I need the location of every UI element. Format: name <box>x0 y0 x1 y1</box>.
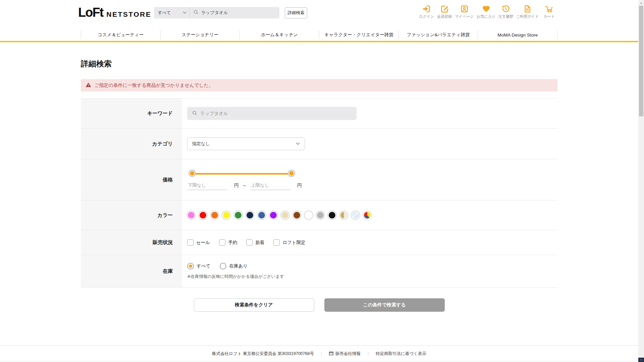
nav-divider <box>557 31 557 39</box>
category-select[interactable]: 指定なし <box>187 137 305 150</box>
color-swatch-purple[interactable] <box>269 211 277 219</box>
radio-button-selected[interactable] <box>187 263 194 269</box>
nav-item-character[interactable]: キャラクター・クリエイター雑貨 <box>319 32 398 38</box>
advanced-search-button[interactable]: 詳細検索 <box>285 7 307 18</box>
cart-button[interactable]: カート <box>542 4 556 19</box>
footer-divider <box>321 352 322 356</box>
price-slider-handle-max[interactable] <box>288 170 295 177</box>
search-category-select[interactable]: すべて <box>154 7 190 18</box>
error-message-bar: ご指定の条件に一致する商品が見つかりませんでした。 <box>81 79 557 92</box>
price-range-separator: ～ <box>242 183 247 190</box>
price-min-unit: 円 <box>234 183 239 190</box>
search-icon <box>193 9 199 16</box>
search-with-conditions-button[interactable]: この条件で検索する <box>324 298 445 312</box>
color-swatch-orange[interactable] <box>211 211 219 219</box>
price-max-input[interactable] <box>250 183 290 190</box>
keyword-input[interactable] <box>200 111 352 116</box>
header-search-input[interactable] <box>201 10 276 15</box>
color-swatches <box>187 211 557 219</box>
checkbox-label: 予約 <box>228 240 237 246</box>
color-swatch-green[interactable] <box>234 211 242 219</box>
error-message-text: ご指定の条件に一致する商品が見つかりませんでした。 <box>94 82 213 88</box>
footer-link-label: 販売会社情報 <box>335 351 361 357</box>
nav-item-cosme[interactable]: コスメ＆ビューティー <box>81 32 160 38</box>
price-slider-handle-min[interactable] <box>189 170 196 177</box>
mypage-label: マイページ <box>455 14 474 19</box>
footer-company-text: 株式会社ロフト 東京都公安委員会 第303319700768号 <box>212 351 314 357</box>
color-swatch-beige[interactable] <box>281 211 289 219</box>
header-search-group: すべて 詳細検索 <box>154 7 307 18</box>
radio-in-stock[interactable]: 在庫あり <box>220 263 248 269</box>
login-label: ログイン <box>419 14 434 19</box>
slider-handle-dot <box>190 171 195 176</box>
favorites-label: お気に入り <box>477 14 495 19</box>
checkbox-loft-exclusive[interactable]: ロフト限定 <box>273 239 305 246</box>
checkbox-new[interactable]: 新着 <box>246 239 264 246</box>
scrollbar[interactable]: ▲ ▼ <box>638 0 644 362</box>
stock-note: ※在庫情報の反映に時間がかかる場合がございます <box>187 274 557 280</box>
footer-divider <box>368 352 368 356</box>
radio-all[interactable]: すべて <box>187 263 210 269</box>
checkbox-box[interactable] <box>187 239 194 246</box>
nav-item-stationery[interactable]: ステーショナリー <box>161 32 240 38</box>
color-swatch-yellow[interactable] <box>222 211 230 219</box>
register-icon <box>440 4 449 13</box>
color-swatch-multicolor[interactable] <box>363 211 371 219</box>
category-nav: コスメ＆ビューティー ステーショナリー ホーム＆キッチン キャラクター・クリエイ… <box>81 29 557 41</box>
price-inputs: 円 ～ 円 <box>187 183 557 190</box>
price-min-input[interactable] <box>187 183 227 190</box>
mypage-button[interactable]: マイページ <box>455 4 474 19</box>
color-swatch-navy[interactable] <box>246 211 254 219</box>
color-swatch-gray[interactable] <box>316 211 324 219</box>
checkbox-sale[interactable]: セール <box>187 239 210 246</box>
price-label: 価格 <box>81 159 182 200</box>
nav-item-home-kitchen[interactable]: ホーム＆キッチン <box>240 32 319 38</box>
color-swatch-pink[interactable] <box>187 211 195 219</box>
favorites-button[interactable]: お気に入り <box>477 4 495 19</box>
page-title: 詳細検索 <box>81 59 557 69</box>
radio-button[interactable] <box>220 263 226 269</box>
footer-link-tokushoho[interactable]: 特定商取引法に基づく表示 <box>376 351 426 357</box>
order-history-button[interactable]: 注文履歴 <box>498 4 513 19</box>
color-label: カラー <box>81 200 182 230</box>
cart-icon <box>545 4 554 13</box>
color-row: カラー <box>81 200 557 230</box>
guide-icon <box>523 4 532 13</box>
checkbox-box[interactable] <box>273 239 280 246</box>
nav-item-fashion[interactable]: ファッション&バラエティ雑貨 <box>399 32 478 38</box>
footer: 株式会社ロフト 東京都公安委員会 第303319700768号 販売会社情報 特… <box>0 345 638 362</box>
color-swatch-black[interactable] <box>328 211 336 219</box>
header-quick-links: ログイン 会員登録 マイページ お気に入り 注文履歴 <box>419 4 556 19</box>
color-swatch-blue[interactable] <box>258 211 266 219</box>
price-range-slider <box>189 170 295 178</box>
stock-row: 在庫 すべて 在庫あり ※在庫情報の反映に時間がかかる場合がございます <box>81 255 557 288</box>
price-max-unit: 円 <box>297 183 302 190</box>
scrollbar-down-arrow[interactable]: ▼ <box>638 358 644 362</box>
scrollbar-thumb[interactable] <box>639 6 643 116</box>
checkbox-preorder[interactable]: 予約 <box>219 239 237 246</box>
form-actions: 検索条件をクリア この条件で検索する <box>81 298 557 312</box>
loft-logo[interactable]: LoFt NETSTORE <box>78 5 151 20</box>
checkbox-label: セール <box>196 240 210 246</box>
sale-status-row: 販売状況 セール 予約 新着 <box>81 230 557 255</box>
register-label: 会員登録 <box>437 14 452 19</box>
color-swatch-brown[interactable] <box>293 211 301 219</box>
color-swatch-gold-silver[interactable] <box>340 211 348 219</box>
color-swatch-red[interactable] <box>199 211 207 219</box>
login-button[interactable]: ログイン <box>419 4 434 19</box>
nav-item-moma[interactable]: MoMA Design Store <box>478 33 557 38</box>
slider-handle-dot <box>289 171 294 176</box>
scrollbar-up-arrow[interactable]: ▲ <box>638 0 644 5</box>
checkbox-box[interactable] <box>219 239 225 246</box>
checkbox-box[interactable] <box>246 239 253 246</box>
logo-loft-text: LoFt <box>78 5 103 20</box>
cart-label: カート <box>543 14 555 19</box>
clear-conditions-button[interactable]: 検索条件をクリア <box>194 298 314 312</box>
guide-button[interactable]: ご利用ガイド <box>516 4 539 19</box>
sale-status-label: 販売状況 <box>81 230 182 255</box>
color-swatch-clear[interactable] <box>352 211 360 219</box>
order-history-icon <box>501 4 510 13</box>
register-button[interactable]: 会員登録 <box>437 4 452 19</box>
color-swatch-white[interactable] <box>305 211 313 219</box>
footer-link-company-info[interactable]: 販売会社情報 <box>329 351 361 357</box>
